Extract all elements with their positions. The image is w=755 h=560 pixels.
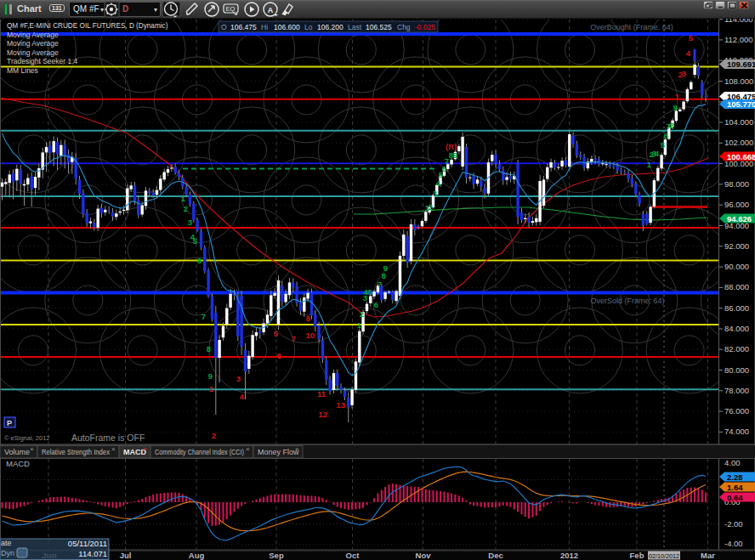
svg-text:94.626: 94.626 [727,214,752,223]
svg-text:106.525: 106.525 [366,23,392,31]
svg-text:80.000: 80.000 [724,365,749,375]
svg-text:8: 8 [306,314,310,323]
svg-text:112.000: 112.000 [724,35,753,44]
svg-text:2.28: 2.28 [727,472,743,482]
svg-text:MACD: MACD [6,459,30,468]
svg-text:106.200: 106.200 [317,23,343,31]
svg-text:1.64: 1.64 [727,483,743,492]
svg-text:(R): (R) [446,142,457,151]
svg-text:Mar: Mar [701,551,715,560]
svg-text:MM Lines: MM Lines [7,66,38,75]
svg-text:ate: ate [1,539,12,547]
svg-text:5: 5 [689,33,694,42]
svg-text:P: P [7,419,12,427]
svg-text:Nov: Nov [416,551,432,560]
svg-text:5: 5 [661,140,666,150]
svg-text:Tradesight Seeker 1.4: Tradesight Seeker 1.4 [7,57,78,65]
svg-text:3: 3 [682,69,686,78]
svg-text:Moving Average: Moving Average [7,39,59,48]
svg-text:1: 1 [181,194,186,203]
svg-text:6: 6 [374,300,378,309]
svg-text:-0.025: -0.025 [415,23,435,31]
svg-text:78.000: 78.000 [724,386,749,395]
svg-text:×: × [143,445,147,453]
svg-text:6: 6 [664,131,668,140]
svg-text:4: 4 [240,392,245,401]
svg-text:Aug: Aug [189,551,205,560]
svg-text:45: 45 [363,287,372,297]
svg-text:104.000: 104.000 [724,117,753,127]
svg-text:92.000: 92.000 [724,241,749,251]
svg-text:106.475: 106.475 [230,23,257,31]
svg-text:9: 9 [383,263,388,273]
svg-text:82.000: 82.000 [724,344,749,354]
svg-text:3: 3 [188,218,192,227]
svg-text:AutoFrame is OFF: AutoFrame is OFF [71,433,145,443]
svg-text:© eSignal, 2012: © eSignal, 2012 [4,434,49,442]
svg-text:Moving Average: Moving Average [7,31,59,39]
svg-text:×: × [246,445,250,453]
svg-text:Jul: Jul [120,551,132,560]
svg-text:7: 7 [292,334,296,343]
svg-text:Dyn: Dyn [1,549,14,557]
svg-text:7: 7 [202,312,206,321]
svg-text:5: 5 [193,236,198,246]
svg-text:O: O [221,23,227,31]
svg-text:4: 4 [655,149,660,158]
svg-text:1: 1 [209,384,214,393]
svg-text:96.000: 96.000 [724,200,749,209]
svg-text:A: A [268,6,274,14]
svg-text:86.000: 86.000 [724,303,749,313]
svg-text:9: 9 [453,150,457,160]
svg-text:76.000: 76.000 [724,406,749,416]
svg-text:102.000: 102.000 [724,138,753,147]
svg-text:-2.00: -2.00 [724,519,743,529]
svg-text:88.000: 88.000 [724,282,749,291]
svg-text:Volume: Volume [4,448,30,456]
svg-text:QM #F,E-MINI CRUDE OIL FUTURES: QM #F,E-MINI CRUDE OIL FUTURES, D (Dynam… [7,22,168,30]
svg-text:3: 3 [433,189,437,198]
svg-text:2012: 2012 [560,551,578,560]
svg-text:3: 3 [236,374,241,383]
svg-text:EQ: EQ [226,5,236,13]
svg-text:8: 8 [207,344,211,354]
svg-text:-4.00: -4.00 [724,539,743,548]
svg-text:5: 5 [274,329,279,338]
svg-text:1: 1 [357,320,362,330]
svg-text:Dec: Dec [488,551,502,560]
svg-text:90.000: 90.000 [724,262,749,271]
svg-text:2: 2 [429,202,433,212]
svg-text:OverSold (Frame: 64): OverSold (Frame: 64) [590,297,664,305]
svg-text:1: 1 [647,160,652,169]
svg-text:84.000: 84.000 [724,324,749,333]
svg-text:1: 1 [675,92,680,101]
svg-text:02/10/2012: 02/10/2012 [649,552,679,560]
svg-text:Feb: Feb [630,551,644,560]
svg-text:Moving Average: Moving Average [7,48,59,57]
svg-text:4.00: 4.00 [724,458,741,467]
svg-text:98.000: 98.000 [724,179,749,189]
svg-text:Chg: Chg [397,23,411,31]
svg-text:6: 6 [277,351,281,360]
svg-text:106.600: 106.600 [274,23,300,31]
svg-text:Money Flow: Money Flow [258,448,299,456]
svg-text:8: 8 [670,121,674,130]
svg-text:2: 2 [360,309,364,319]
svg-text:74.000: 74.000 [724,427,749,436]
svg-text:10: 10 [305,331,315,340]
svg-text:4: 4 [686,48,691,58]
svg-text:4: 4 [436,178,441,188]
svg-text:×: × [111,445,116,453]
svg-text:05/11/2011: 05/11/2011 [68,539,107,548]
svg-text:Relative Strength Index: Relative Strength Index [42,448,110,456]
svg-text:0.64: 0.64 [727,493,743,502]
svg-text:Oct: Oct [346,551,360,560]
svg-text:6: 6 [197,256,202,265]
svg-text:Last: Last [348,23,362,31]
svg-text:11: 11 [317,389,326,399]
svg-text:2: 2 [212,431,216,440]
svg-text:Commodity Channel Index (CCI): Commodity Channel Index (CCI) [155,448,244,456]
svg-text:100.668: 100.668 [727,152,755,161]
svg-text:9: 9 [673,103,678,112]
svg-text:OverBought (Frame: 64): OverBought (Frame: 64) [590,23,673,31]
